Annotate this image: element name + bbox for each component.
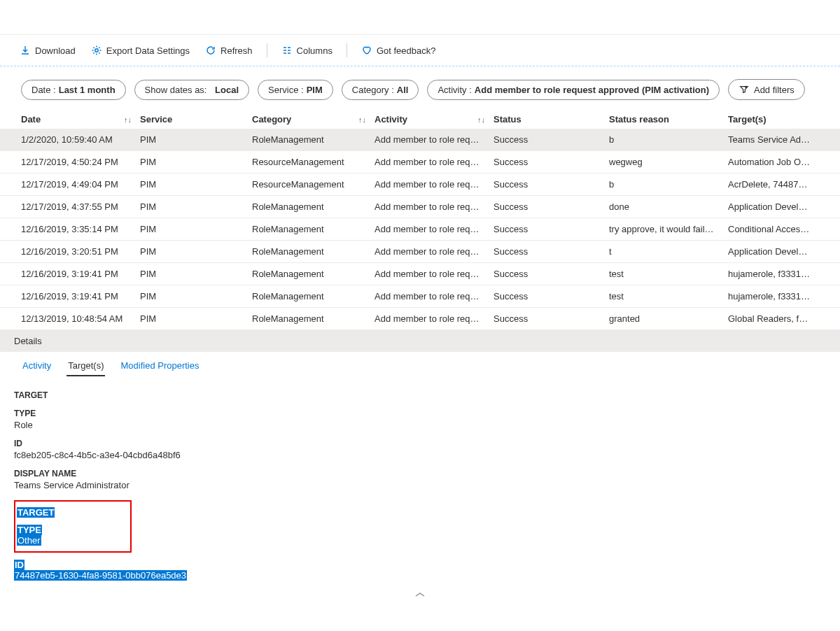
feedback-button[interactable]: Got feedback? bbox=[356, 42, 442, 59]
table-row[interactable]: 12/17/2019, 4:49:04 PMPIMResourceManagem… bbox=[0, 173, 840, 196]
table-row[interactable]: 12/17/2019, 4:37:55 PMPIMRoleManagementA… bbox=[0, 196, 840, 218]
cell-targets: hujamerole, f333134d-e… bbox=[728, 269, 819, 279]
filter-activity[interactable]: Activity : Add member to role request ap… bbox=[427, 80, 720, 100]
cell-category: RoleManagement bbox=[252, 246, 374, 257]
cell-status-reason: b bbox=[609, 134, 728, 145]
toolbar-separator bbox=[346, 43, 347, 57]
details-tabs: Activity Target(s) Modified Properties bbox=[0, 352, 840, 376]
details-header: Details bbox=[0, 330, 840, 352]
gear-icon bbox=[91, 45, 102, 56]
table-row[interactable]: 12/16/2019, 3:20:51 PMPIMRoleManagementA… bbox=[0, 241, 840, 263]
filter-category[interactable]: Category : All bbox=[342, 80, 419, 100]
display-name-label: DISPLAY NAME bbox=[14, 469, 826, 478]
refresh-button[interactable]: Refresh bbox=[200, 42, 258, 59]
filter-show-dates[interactable]: Show dates as: Local bbox=[134, 80, 249, 100]
table-row[interactable]: 12/16/2019, 3:19:41 PMPIMRoleManagementA… bbox=[0, 263, 840, 285]
cell-status: Success bbox=[493, 291, 609, 302]
cell-targets: Conditional Access Adm… bbox=[728, 224, 819, 234]
tab-modified-properties[interactable]: Modified Properties bbox=[119, 356, 200, 376]
sort-icon: ↑↓ bbox=[358, 115, 366, 124]
cell-activity: Add member to role req… bbox=[374, 269, 493, 279]
target2-id-value: 74487eb5-1630-4fa8-9581-0bb076ea5de3 bbox=[14, 570, 187, 581]
target2-heading: TARGET bbox=[17, 507, 55, 518]
cell-status-reason: t bbox=[609, 246, 728, 257]
filter-service[interactable]: Service : PIM bbox=[258, 80, 333, 100]
col-service[interactable]: Service bbox=[140, 114, 252, 125]
cell-category: ResourceManagement bbox=[252, 157, 374, 167]
cell-status-reason: wegweg bbox=[609, 157, 728, 167]
target2-id-label: ID bbox=[14, 560, 24, 570]
target-heading: TARGET bbox=[14, 390, 826, 400]
download-label: Download bbox=[35, 45, 76, 56]
filter-date[interactable]: Date : Last 1 month bbox=[21, 80, 126, 100]
cell-activity: Add member to role req… bbox=[374, 291, 493, 302]
cell-targets: Application Developer, 9… bbox=[728, 201, 819, 212]
cell-status-reason: test bbox=[609, 269, 728, 279]
page-resize-handle[interactable] bbox=[0, 590, 840, 599]
table-row[interactable]: 12/16/2019, 3:35:14 PMPIMRoleManagementA… bbox=[0, 218, 840, 241]
col-activity[interactable]: Activity↑↓ bbox=[374, 114, 493, 125]
col-targets[interactable]: Target(s) bbox=[728, 114, 819, 125]
table-row[interactable]: 12/13/2019, 10:48:54 AMPIMRoleManagement… bbox=[0, 308, 840, 330]
id-value: fc8eb205-c8c4-4b5c-a3e4-04cbd6a48bf6 bbox=[14, 450, 826, 460]
refresh-label: Refresh bbox=[220, 45, 253, 56]
table-header: Date↑↓ Service Category↑↓ Activity↑↓ Sta… bbox=[0, 110, 840, 129]
tab-targets[interactable]: Target(s) bbox=[66, 356, 105, 376]
target2-type-value: Other bbox=[17, 535, 41, 546]
cell-date: 1/2/2020, 10:59:40 AM bbox=[21, 134, 140, 145]
target2-type-label: TYPE bbox=[17, 525, 42, 535]
cell-category: RoleManagement bbox=[252, 201, 374, 212]
details-body: TARGET TYPE Role ID fc8eb205-c8c4-4b5c-a… bbox=[0, 376, 840, 590]
cell-date: 12/16/2019, 3:19:41 PM bbox=[21, 291, 140, 302]
cell-category: RoleManagement bbox=[252, 269, 374, 279]
columns-button[interactable]: Columns bbox=[276, 42, 338, 59]
cell-service: PIM bbox=[140, 291, 252, 302]
toolbar-separator bbox=[267, 43, 267, 57]
svg-point-0 bbox=[95, 49, 98, 52]
columns-icon bbox=[281, 45, 293, 56]
download-button[interactable]: Download bbox=[14, 42, 81, 59]
export-data-settings-button[interactable]: Export Data Settings bbox=[85, 42, 195, 59]
cell-status: Success bbox=[493, 269, 609, 279]
cell-date: 12/16/2019, 3:19:41 PM bbox=[21, 269, 140, 279]
cell-activity: Add member to role req… bbox=[374, 246, 493, 257]
cell-targets: Global Readers, f39b575… bbox=[728, 313, 819, 324]
heart-icon bbox=[361, 45, 372, 56]
cell-service: PIM bbox=[140, 313, 252, 324]
cell-status: Success bbox=[493, 313, 609, 324]
cell-status-reason: try approve, it would fail… bbox=[609, 224, 728, 234]
cell-category: ResourceManagement bbox=[252, 179, 374, 190]
columns-label: Columns bbox=[297, 45, 332, 56]
toolbar: Download Export Data Settings Refresh Co… bbox=[0, 35, 840, 66]
refresh-icon bbox=[205, 45, 216, 56]
cell-status-reason: b bbox=[609, 179, 728, 190]
tab-activity[interactable]: Activity bbox=[21, 356, 52, 376]
display-name-value: Teams Service Administrator bbox=[14, 480, 826, 490]
cell-activity: Add member to role req… bbox=[374, 201, 493, 212]
table-row[interactable]: 12/17/2019, 4:50:24 PMPIMResourceManagem… bbox=[0, 151, 840, 173]
cell-targets: Automation Job Operat… bbox=[728, 157, 819, 167]
filter-icon bbox=[738, 84, 750, 95]
export-label: Export Data Settings bbox=[106, 45, 190, 56]
highlighted-target-box: TARGET TYPE Other bbox=[14, 500, 132, 553]
cell-targets: Teams Service Administr… bbox=[728, 134, 819, 145]
table-row[interactable]: 12/16/2019, 3:19:41 PMPIMRoleManagementA… bbox=[0, 285, 840, 308]
cell-status: Success bbox=[493, 201, 609, 212]
cell-date: 12/17/2019, 4:37:55 PM bbox=[21, 201, 140, 212]
cell-service: PIM bbox=[140, 134, 252, 145]
filter-bar: Date : Last 1 month Show dates as: Local… bbox=[0, 66, 840, 110]
cell-activity: Add member to role req… bbox=[374, 157, 493, 167]
col-status-reason[interactable]: Status reason bbox=[609, 114, 728, 125]
cell-status: Success bbox=[493, 224, 609, 234]
table-row[interactable]: 1/2/2020, 10:59:40 AMPIMRoleManagementAd… bbox=[0, 129, 840, 151]
cell-status-reason: granted bbox=[609, 313, 728, 324]
cell-date: 12/17/2019, 4:49:04 PM bbox=[21, 179, 140, 190]
add-filters-button[interactable]: Add filters bbox=[728, 79, 805, 100]
col-category[interactable]: Category↑↓ bbox=[252, 114, 374, 125]
cell-status-reason: done bbox=[609, 201, 728, 212]
col-status[interactable]: Status bbox=[493, 114, 609, 125]
cell-category: RoleManagement bbox=[252, 224, 374, 234]
type-value: Role bbox=[14, 420, 826, 430]
type-label: TYPE bbox=[14, 409, 826, 418]
col-date[interactable]: Date↑↓ bbox=[21, 114, 140, 125]
